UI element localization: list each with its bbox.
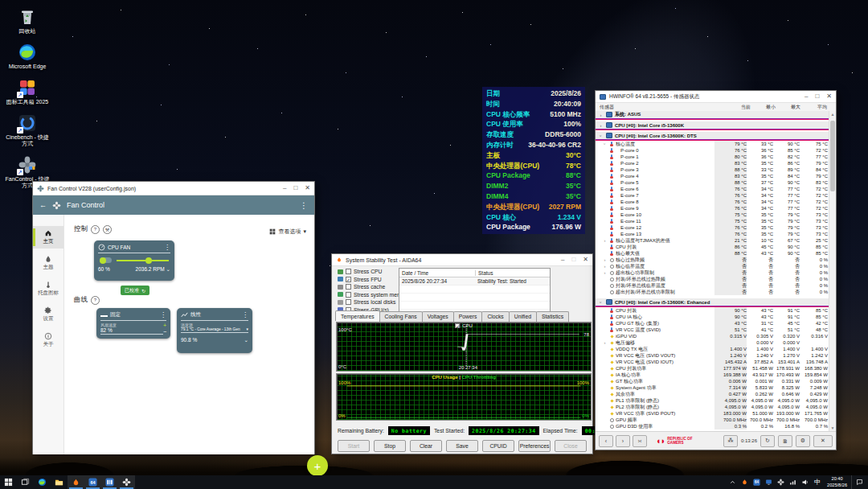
preferences-button[interactable]: Preferences [518, 440, 551, 452]
aida64-titlebar[interactable]: System Stability Test - AIDA64 –□✕ [332, 254, 592, 266]
chevron-icon[interactable]: › [598, 113, 604, 117]
sidebar-item-thermo[interactable]: 托盘图标 [33, 277, 63, 300]
card-menu-kebab-icon[interactable]: ⋮ [164, 244, 170, 251]
hwinfo-sensor-row[interactable]: E-core 976 °C34 °C77 °C72 °C [596, 205, 829, 212]
hwinfo-sensor-row[interactable]: P-core 483 °C35 °C84 °C79 °C [596, 173, 829, 179]
checkbox[interactable]: ✓ [346, 277, 351, 282]
tab-cooling-fans[interactable]: Cooling Fans [379, 311, 423, 322]
chevron-icon[interactable]: › [599, 133, 604, 138]
back-arrow-icon[interactable]: ← [39, 201, 47, 209]
taskbar-explorer-button[interactable] [51, 475, 68, 489]
desktop-icon-edge[interactable]: Microsoft Edge [5, 42, 50, 70]
tab-unified[interactable]: Unified [509, 311, 537, 322]
log-row[interactable]: 2025/8/26 20:27:34Stability Test: Starte… [399, 277, 550, 286]
col-current[interactable]: 当前 [719, 104, 751, 111]
cpu-fan-card[interactable]: CPU FAN ⋮ 60 % 2036.2 RPM ⌄ [94, 240, 174, 281]
minimize-icon[interactable]: – [561, 257, 564, 263]
desktop-icon-cinebench[interactable]: ↗Cinebench - 快捷方式 [5, 113, 50, 147]
fan-enable-toggle[interactable] [100, 257, 112, 263]
hwinfo-sensor-row[interactable]: VR VCC 温度 (SVID)51 °C41 °C51 °C48 °C [596, 327, 829, 333]
maximize-icon[interactable]: □ [815, 93, 819, 100]
sidebar-item-info[interactable]: 关于 [33, 329, 63, 351]
notification-center-icon[interactable] [851, 475, 866, 489]
tab-voltages[interactable]: Voltages [422, 311, 454, 322]
decrease-icon[interactable]: − [163, 329, 166, 335]
sidebar-item-home[interactable]: 主页 [33, 226, 63, 249]
taskbar-sensorpanel-button[interactable] [101, 475, 118, 489]
hwinfo-sensor-row[interactable]: E-core 1175 °C35 °C79 °C73 °C [596, 218, 829, 224]
hwinfo-group-header[interactable]: ›系统: ASUS [596, 111, 829, 118]
cpuid-button[interactable]: CPUID [482, 440, 514, 452]
fixed-curve-card[interactable]: 固定 ⋮ 风扇速度 82 % + − [96, 308, 170, 339]
close-icon[interactable]: ✕ [583, 257, 588, 263]
chevron-icon[interactable]: › [599, 299, 604, 305]
chevron-icon[interactable]: › [598, 123, 604, 128]
scroll-up-icon[interactable]: ▲ [829, 111, 836, 117]
temp-source-select[interactable]: 79.1 °C - Core Average - 13th Gen▾ [181, 327, 248, 333]
taskbar-hwinfo64-button[interactable]: 64 [84, 475, 101, 489]
checkbox[interactable] [346, 292, 351, 298]
sensor-share-button[interactable]: ⁂ [723, 435, 738, 447]
close-sensors-button[interactable]: ✕ [813, 435, 833, 447]
taskbar-taskview-button[interactable] [17, 475, 34, 489]
tab-clocks[interactable]: Clocks [481, 311, 509, 322]
hwinfo-sensor-row[interactable]: E-core 676 °C34 °C77 °C72 °C [596, 186, 829, 192]
hwinfo-group-header[interactable]: ›CPU [#0]: Intel Core i5-13600K [596, 121, 829, 129]
tray-chevron-icon[interactable] [727, 475, 739, 489]
prev-page-button[interactable]: ‹ [599, 435, 613, 447]
add-curve-fab[interactable]: + [307, 455, 328, 476]
tray-hwinfo64-icon[interactable]: 64 [751, 475, 763, 489]
taskbar-fan-button[interactable] [118, 475, 135, 489]
tray-monitor-icon[interactable] [763, 475, 775, 489]
checkbox[interactable] [346, 299, 351, 305]
stop-button[interactable]: Stop [374, 440, 406, 452]
hwinfo-sensor-row[interactable]: P-core 180 °C36 °C82 °C77 °C [596, 154, 829, 160]
hwinfo-sensor-row[interactable]: E-core 1276 °C35 °C79 °C73 °C [596, 224, 829, 231]
checkbox[interactable] [346, 269, 351, 274]
scrollbar[interactable]: ▲ ▼ [829, 111, 836, 431]
increase-icon[interactable]: + [163, 323, 166, 329]
tray-network-icon[interactable] [787, 475, 799, 489]
card-menu-kebab-icon[interactable]: ⋮ [160, 311, 166, 318]
scroll-down-icon[interactable]: ▼ [829, 425, 836, 431]
hwinfo-sensor-row[interactable]: GPU D3D 使用率0.3 %0.2 %16.8 %0.7 % [596, 423, 829, 429]
checkbox[interactable] [346, 284, 351, 290]
hwinfo-sensor-row[interactable]: E-core 776 °C34 °C77 °C72 °C [596, 192, 829, 199]
maximize-icon[interactable]: □ [293, 185, 297, 191]
tab-temperatures[interactable]: Temperatures [335, 310, 380, 321]
tray-aida64-tray-icon[interactable] [739, 475, 751, 489]
menu-kebab-icon[interactable]: ⋮ [300, 201, 308, 210]
report-button[interactable]: 🗎 [778, 435, 792, 447]
linear-value[interactable]: 90.8 %⌄ [181, 337, 248, 343]
taskbar-edge-button[interactable] [34, 475, 51, 489]
sidebar-item-brush[interactable]: 主题 [33, 252, 63, 274]
reset-values-button[interactable]: ↻ [760, 435, 775, 447]
hwinfo-sensor-row[interactable]: ›核心温度79 °C33 °C90 °C75 °C [596, 141, 829, 147]
fan-speed-slider[interactable] [117, 260, 169, 261]
card-menu-kebab-icon[interactable]: ⋮ [242, 311, 248, 318]
ime-indicator[interactable]: 中 [812, 478, 823, 487]
help-icon[interactable]: ? [91, 296, 100, 305]
minimize-icon[interactable]: – [805, 93, 808, 100]
scrollbar-thumb[interactable] [830, 121, 835, 191]
hwinfo-sensor-row[interactable]: E-core 876 °C34 °C77 °C72 °C [596, 199, 829, 205]
hwinfo-group-header[interactable]: ›CPU [#0]: Intel Core i5-13600K: Enhance… [596, 298, 829, 306]
tab-powers[interactable]: Powers [453, 311, 483, 322]
hwinfo-sensor-row[interactable]: P-core 388 °C33 °C89 °C84 °C [596, 166, 829, 173]
desktop-icon-toolbox[interactable]: ↗图标工具箱 2025 [5, 77, 50, 105]
desktop-icon-recycle-bin[interactable]: 回收站 [5, 6, 50, 35]
next-page-button[interactable]: › [616, 435, 630, 447]
fan-rpm[interactable]: 2036.2 RPM ⌄ [136, 266, 170, 273]
hwinfo-sensor-row[interactable]: 超出封装/环形总线功率限制否否否0 % [596, 289, 829, 295]
tab-statistics[interactable]: Statistics [536, 311, 569, 322]
close-icon[interactable]: ✕ [826, 93, 832, 100]
fixed-value[interactable]: 82 % [100, 327, 163, 335]
wrench-icon[interactable]: ⚒ [103, 225, 112, 234]
linear-curve-card[interactable]: 线性 ⋮ 温度源 79.1 °C - Core Average - 13th G… [177, 308, 252, 353]
col-avg[interactable]: 平均 [800, 104, 829, 111]
save-button[interactable]: Save [446, 440, 478, 452]
help-icon[interactable]: ? [91, 225, 100, 234]
view-options-button[interactable]: 查看选项 ▾ [269, 228, 306, 236]
taskbar-aida64-button[interactable] [68, 475, 84, 489]
hwinfo-titlebar[interactable]: HWiNFO® 64 v8.21-5655 - 传感器状态 –□✕ [596, 91, 836, 103]
